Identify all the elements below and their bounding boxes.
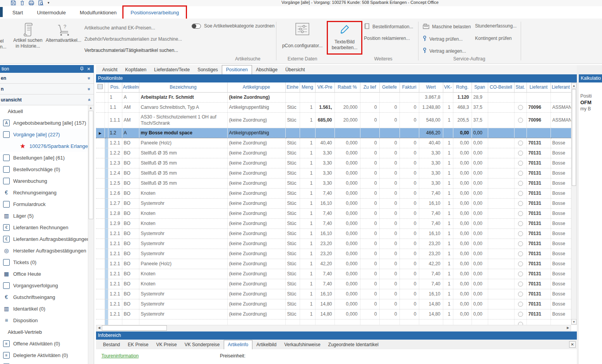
close-icon[interactable]: ✕ bbox=[85, 67, 92, 72]
column-header-rohg-[interactable]: Rohg. bbox=[453, 82, 472, 92]
table-row[interactable]: 1.1.1AMAS30 - Sichtschutzelement 1 OH au… bbox=[96, 112, 571, 128]
column-header-artikelnum[interactable]: Artikelnum bbox=[122, 82, 139, 92]
table-row[interactable]: 1.1AMCanvaro Schreibtisch, Typ AArtikelg… bbox=[96, 102, 571, 112]
sidebar-item-identartikel-0-[interactable]: ▥Identartikel (0) bbox=[0, 303, 88, 314]
sidebar-section-collapsed-2[interactable]: n » bbox=[0, 84, 94, 94]
column-header-lieferant[interactable]: Lieferant bbox=[551, 82, 571, 92]
table-row[interactable]: 1.2.1BOPaneele (Holz)(keine Zuordnung)St… bbox=[96, 259, 571, 269]
tab-lieferdaten-texte[interactable]: Lieferdaten/Texte bbox=[150, 65, 194, 74]
infotab-vk-preise[interactable]: VK Preise bbox=[152, 340, 180, 349]
sidebar-section-collapsed-1[interactable]: en » bbox=[0, 73, 94, 84]
table-row[interactable]: 1.2.8BOKnoten(keine Zuordnung)Stüc17,400… bbox=[96, 208, 571, 218]
dropdown-caret-icon[interactable]: ▾ bbox=[48, 0, 50, 5]
print-preview-icon[interactable] bbox=[38, 0, 43, 5]
artikelwebkategorie-toggle[interactable]: Soe Artikelwebkategorie zuordnen bbox=[192, 23, 274, 29]
toureninformation-link[interactable]: Toureninformation bbox=[101, 353, 139, 359]
table-vertical-scrollbar[interactable]: ▲ ▼ bbox=[571, 82, 577, 325]
maschine-belasten-button[interactable]: Maschine belasten bbox=[423, 23, 471, 30]
table-row[interactable]: 1.2.9BOKnoten(keine Zuordnung)Stüc17,400… bbox=[96, 218, 571, 228]
sidebar-item-vorgangsverfolgung[interactable]: Vorgangsverfolgung bbox=[0, 280, 88, 291]
sidebar-item-disposition[interactable]: ≡Disposition bbox=[0, 314, 88, 326]
column-header-wert[interactable]: Wert bbox=[419, 82, 443, 92]
position-reklamieren-button[interactable]: Position reklamieren... bbox=[364, 36, 410, 41]
tab-positionen[interactable]: Positionen bbox=[222, 65, 252, 74]
scroll-right-arrow[interactable]: ▶ bbox=[565, 325, 571, 331]
table-row[interactable]: 1.2.7BOSystemrohr(keine Zuordnung)Stüc11… bbox=[96, 198, 571, 208]
sidebar-section-expanded[interactable]: uransicht » bbox=[0, 94, 94, 105]
table-row[interactable]: 1.2.4BOStellfuß Ø 35 mm(keine Zuordnung)… bbox=[96, 168, 571, 178]
vertrag-anlegen-button[interactable]: Vertrag anlegen... bbox=[423, 48, 466, 55]
sidebar-item-läger-5-[interactable]: ▥Läger (5) bbox=[0, 210, 88, 221]
scroll-left-arrow[interactable]: ◀ bbox=[96, 325, 102, 331]
table-row[interactable]: 1.2.1BOSystemrohr(keine Zuordnung)Stüc11… bbox=[96, 299, 571, 309]
tab-abschläge[interactable]: Abschläge bbox=[252, 65, 281, 74]
vertrag-pruefen-button[interactable]: Vertrag prüfen... bbox=[423, 36, 463, 43]
infotab-artikelbild[interactable]: Artikelbild bbox=[252, 340, 280, 349]
column-header-co-bestell[interactable]: CO-Bestell bbox=[488, 82, 514, 92]
column-header-geliefe[interactable]: Geliefe bbox=[379, 82, 400, 92]
sidebar-item-hersteller-auftragsbestätigungen[interactable]: ◎Hersteller Auftragsbestätigungen bbox=[0, 245, 88, 256]
stundenerfassung-button[interactable]: Stundenerfassung... bbox=[475, 23, 516, 29]
table-row[interactable]: 1AArbeitsplatz Fr. Schmidt(keine Zuordnu… bbox=[96, 92, 571, 102]
tab-ansicht[interactable]: Ansicht bbox=[98, 65, 121, 74]
ribbon-tab-modulfunktionen[interactable]: Modulfunktionen bbox=[73, 7, 123, 19]
scroll-up-arrow[interactable]: ▲ bbox=[88, 105, 93, 111]
sidebar-item-warenbuchung[interactable]: Warenbuchung bbox=[0, 175, 88, 187]
infotab-artikelinfo[interactable]: Artikelinfo bbox=[224, 340, 253, 349]
sidebar-item-offene-aktivitäten-0-[interactable]: ≡Offene Aktivitäten (0) bbox=[0, 338, 88, 349]
sidebar-item-lieferanten-auftragsbestätigungen[interactable]: €Lieferanten Auftragsbestätigungen bbox=[0, 233, 88, 245]
infotab-ek-preise[interactable]: EK Preise bbox=[124, 340, 152, 349]
pcon-configurator-button[interactable]: pCon.configurator... bbox=[281, 22, 324, 55]
column-header-zu-lief[interactable]: Zu lief bbox=[360, 82, 379, 92]
sidebar-item-bestellvorschläge-0-[interactable]: Bestellvorschläge (0) bbox=[0, 163, 88, 175]
table-row[interactable]: 1.2.1BOSystemrohr(keine Zuordnung)Stüc11… bbox=[96, 228, 571, 239]
scrollbar-thumb[interactable] bbox=[89, 111, 93, 219]
pin-icon[interactable] bbox=[78, 67, 85, 72]
save-icon[interactable] bbox=[11, 0, 16, 5]
sidebar-item-angebotsbearbeitung-alle-157-[interactable]: AAngebotsbearbeitung [alle] (157) bbox=[0, 117, 88, 129]
print-icon[interactable] bbox=[29, 0, 34, 5]
column-header-rabatt-[interactable]: Rabatt % bbox=[334, 82, 360, 92]
column-header-span[interactable]: Span bbox=[472, 82, 488, 92]
sidebar-item-formulardruck[interactable]: Formulardruck bbox=[0, 198, 88, 210]
verbrauchsmaterial-suchen-item[interactable]: Verbrauchsmaterial/Tätigkeitsartikel suc… bbox=[84, 45, 182, 56]
sidebar-item-aktivitäten[interactable]: ≡Aktivitäten bbox=[0, 361, 88, 364]
sidebar-item-delegierte-aktivitäten-0-[interactable]: ≡Delegierte Aktivitäten (0) bbox=[0, 349, 88, 361]
column-header-fakturi[interactable]: Fakturi bbox=[400, 82, 419, 92]
scroll-down-arrow[interactable]: ▼ bbox=[571, 319, 576, 325]
column-header-artikelgruppe[interactable]: Artikelgruppe bbox=[227, 82, 285, 92]
sidebar-item-vorgänge-alle-227-[interactable]: Vorgänge [alle] (227) bbox=[0, 129, 88, 140]
texte-bild-bearbeiten-button[interactable]: Texte/Bildbearbeiten... bbox=[328, 22, 361, 53]
scrollbar-thumb[interactable] bbox=[572, 89, 576, 186]
column-header-stat-[interactable]: Stat. bbox=[514, 82, 527, 92]
sidebar-item-tickets-0-[interactable]: Tickets (0) bbox=[0, 256, 88, 268]
ribbon-clipped-button[interactable]: eln... bbox=[0, 22, 9, 55]
column-header-pos-[interactable]: Pos. bbox=[108, 82, 122, 92]
infotab-vk-sonderpreise[interactable]: VK Sonderpreise bbox=[181, 340, 224, 349]
table-row[interactable]: 1.2.2BOStellfuß Ø 35 mm(keine Zuordnung)… bbox=[96, 148, 571, 158]
sidebar-item-gutschriftseingang[interactable]: €Gutschriftseingang bbox=[0, 291, 88, 303]
sidebar-scrollbar[interactable]: ▲ bbox=[88, 105, 93, 364]
table-row[interactable]: 1.2.1BOSystemrohr(keine Zuordnung)Stüc11… bbox=[96, 309, 571, 319]
column-header-meng[interactable]: Meng bbox=[300, 82, 315, 92]
kontingent-pruefen-button[interactable]: Kontingent prüfen bbox=[475, 36, 512, 41]
column-header-lieferant[interactable]: Lieferant bbox=[527, 82, 551, 92]
table-row[interactable]: ▶1.2Amy Bosse modul spaceArtikelgruppenf… bbox=[96, 128, 571, 138]
alternativartikel-button[interactable]: ? Alternativartikel... bbox=[43, 22, 84, 55]
scroll-up-arrow[interactable]: ▲ bbox=[571, 83, 576, 88]
infobereich-close-icon[interactable]: ✕ bbox=[569, 341, 576, 348]
bestellinformation-button[interactable]: Bestellinformation... bbox=[364, 23, 413, 30]
column-settings-header[interactable] bbox=[96, 82, 105, 92]
table-row[interactable]: 1.2.1BOSystemrohr(keine Zuordnung)Stüc11… bbox=[96, 289, 571, 299]
column-header-indicator[interactable] bbox=[105, 82, 108, 92]
artikel-suchen-historie-button[interactable]: Artikel suchenin Historie... bbox=[9, 22, 46, 55]
infotab-verkaufshinweise[interactable]: Verkaufshinweise bbox=[280, 340, 324, 349]
sidebar-item-rechnungseingang[interactable]: €Rechnungseingang bbox=[0, 187, 88, 198]
table-row[interactable]: 1.2.1BOKnoten(keine Zuordnung)Stüc17,400… bbox=[96, 279, 571, 289]
scrollbar-thumb[interactable] bbox=[102, 325, 167, 331]
column-header-einhe[interactable]: Einhe bbox=[285, 82, 300, 92]
sidebar-item-bestellungen-alle-61-[interactable]: Bestellungen [alle] (61) bbox=[0, 152, 88, 163]
artikelsuche-ek-preisen-item[interactable]: Artikelsuche anhand EK-Preisen... bbox=[84, 22, 182, 34]
infotab-bestand[interactable]: Bestand bbox=[99, 340, 124, 349]
table-row[interactable]: 1.2.1BOSystemrohr(keine Zuordnung)Stüc12… bbox=[96, 249, 571, 259]
